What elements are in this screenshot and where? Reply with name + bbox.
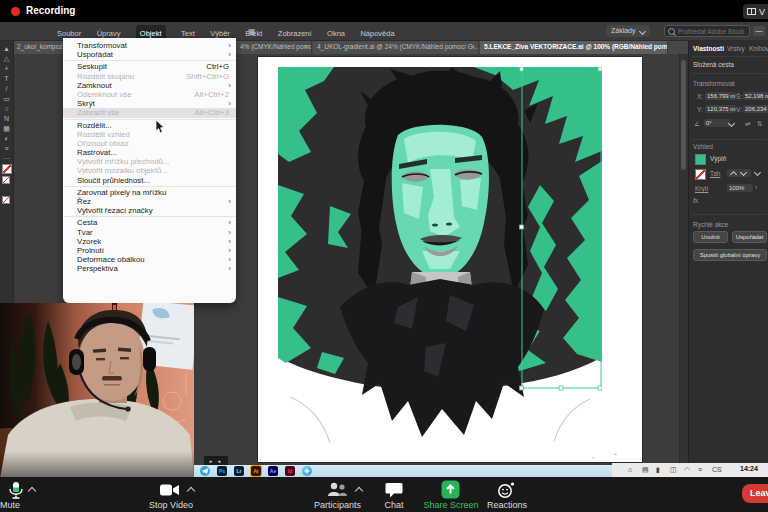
camera-icon[interactable] [159,482,181,498]
share-screen-button[interactable]: Share Screen [414,500,488,510]
menu-item-rastrovat[interactable]: Rastrovat... [63,148,236,157]
participants-button[interactable]: Participants [300,500,375,510]
arrange-button[interactable]: Uspořádat [732,231,767,243]
opacity-more-icon[interactable]: › [755,184,757,191]
menu-item-sloucit-pruhlednost[interactable]: Sloučit průhlednost... [63,176,236,185]
blend-tool[interactable]: ≡ [0,144,13,153]
close-icon[interactable]: × [660,40,664,54]
workspace-switcher[interactable]: Základy [606,25,650,37]
search-input[interactable] [678,28,748,35]
arrange-documents-icon[interactable]: ▦ [248,27,256,36]
angle-field[interactable]: 0° [704,119,730,127]
stop-video-button[interactable]: Stop Video [136,500,206,510]
indesign-icon[interactable]: Id [285,466,295,476]
tab-gradient[interactable]: 4_UKOL-gradient.ai @ 24% (CMYK/Náhled po… [313,40,479,54]
properties-panel: Vlastnosti Vrstvy Knihovny Složená cesta… [688,40,768,466]
menu-item-rezaci-znacky[interactable]: Vytvořit řezací značky [63,206,236,215]
menu-item-zobrazit-vse: Zobrazit všeAlt+Ctrl+3 [63,108,236,117]
tab-vektorizace-active[interactable]: 5.LEKCE_Ziva VEKTORIZACE.ai @ 100% (RGB/… [480,40,668,54]
opacity-label[interactable]: Krytí [695,185,708,192]
telegram-icon[interactable] [200,466,210,476]
ellipse-tool[interactable]: ○ [0,104,13,113]
leave-button[interactable]: Leave [742,484,768,503]
menu-item-tvar[interactable]: Tvar› [63,228,236,237]
menu-item-vzorek[interactable]: Vzorek› [63,237,236,246]
width-field[interactable]: 52,198 mm [743,92,768,100]
tab-cmyk[interactable]: 4% (CMYK/Náhled pomo... × [236,40,312,54]
menu-item-rozdelit[interactable]: Rozdělit... [63,121,236,130]
height-field[interactable]: 206,234 m [743,105,768,113]
participants-icon[interactable] [326,481,348,498]
menu-separator [64,60,235,61]
tab-knihovny[interactable]: Knihovny [749,45,768,52]
menu-item-deformace-obalkou[interactable]: Deformace obálkou› [63,255,236,264]
more-tools[interactable]: ⋯ [0,154,13,163]
menu-item-perspektiva[interactable]: Perspektiva› [63,264,236,273]
scroll-right-icon[interactable]: › [592,454,594,460]
caret-up-icon[interactable] [187,487,195,495]
fill-label[interactable]: Výplň [710,155,726,162]
menu-item-zamknout[interactable]: Zamknout› [63,81,236,90]
lightroom-icon[interactable]: Lr [234,466,244,476]
safari-icon[interactable] [302,466,312,476]
adobe-stock-search[interactable] [664,25,750,37]
menu-item-usporadat[interactable]: Uspořádat› [63,50,236,59]
none-swatch[interactable] [2,196,10,204]
microphone-icon[interactable] [6,481,26,499]
pen-tool[interactable]: N [0,114,13,123]
scrollbar-thumb[interactable] [681,60,686,170]
fill-none-swatch[interactable] [2,164,12,174]
magic-wand-tool[interactable]: + [0,64,13,73]
illustrator-icon[interactable]: Ai [251,466,261,476]
menu-item-cesta[interactable]: Cesta› [63,218,236,227]
release-button[interactable]: Uvolnit [693,231,728,243]
mute-button[interactable]: Mute [0,500,25,510]
tab-vrstvy[interactable]: Vrstvy [727,45,745,52]
mesh-tool[interactable]: ▦ [0,124,13,133]
close-icon[interactable]: × [304,40,308,54]
menu-item-rez[interactable]: Řez› [63,197,236,206]
selection-tool[interactable]: ▲ [0,44,13,53]
reactions-icon[interactable] [497,481,515,499]
stroke-swatch[interactable] [695,169,706,180]
chat-button[interactable]: Chat [374,500,414,510]
y-field[interactable]: 120,375 m [705,105,736,113]
flip-horizontal-icon[interactable]: ⇄ [745,120,750,128]
chevron-down-icon[interactable] [754,169,761,176]
caret-up-icon[interactable] [28,487,36,495]
tab-vlastnosti[interactable]: Vlastnosti [693,45,724,52]
global-edit-button[interactable]: Spustit globální úpravy [693,249,767,261]
stroke-none-swatch[interactable] [2,176,10,184]
direct-selection-tool[interactable]: △ [0,54,13,63]
share-screen-icon[interactable] [441,480,460,499]
gradient-tool[interactable]: ◐ [0,134,13,143]
fx-label[interactable]: fx. [693,197,700,204]
after-effects-icon[interactable]: Ae [268,466,278,476]
minimize-icon[interactable]: — [753,26,765,36]
opacity-field[interactable]: 100% [727,184,753,192]
close-icon[interactable]: × [471,40,475,54]
menu-item-zarovnat-pixely[interactable]: Zarovnat pixely na mřížku [63,188,236,197]
menu-item-skryt[interactable]: Skrýt› [63,99,236,108]
chat-icon[interactable] [385,482,403,498]
zoom-toolbar: Mute Stop Video Participants Chat Share … [0,477,768,512]
scroll-down-icon[interactable]: ⌄ [613,449,618,456]
menu-item-seskupit[interactable]: SeskupitCtrl+G [63,62,236,71]
rectangle-tool[interactable]: ▭ [0,94,13,103]
menu-item-transformovat[interactable]: Transformovat› [63,41,236,50]
menu-item-prolnuti[interactable]: Prolnutí› [63,246,236,255]
stroke-label[interactable]: Tah [710,170,720,177]
line-tool[interactable]: / [0,84,13,93]
menubar-item-okna[interactable]: Okna [327,25,345,42]
fill-swatch[interactable] [695,154,706,165]
menubar-item-napoveda[interactable]: Nápověda [360,25,394,42]
type-tool[interactable]: T [0,74,13,83]
reactions-button[interactable]: Reactions [478,500,536,510]
menubar-item-zobrazeni[interactable]: Zobrazení [278,25,312,42]
photoshop-icon[interactable]: Ps [217,466,227,476]
view-button[interactable]: V [743,4,768,19]
portrait-artwork[interactable] [278,67,602,455]
caret-up-icon[interactable] [355,487,363,495]
x-field[interactable]: 156,799 m [705,92,736,100]
flip-vertical-icon[interactable]: ⇅ [757,120,762,128]
